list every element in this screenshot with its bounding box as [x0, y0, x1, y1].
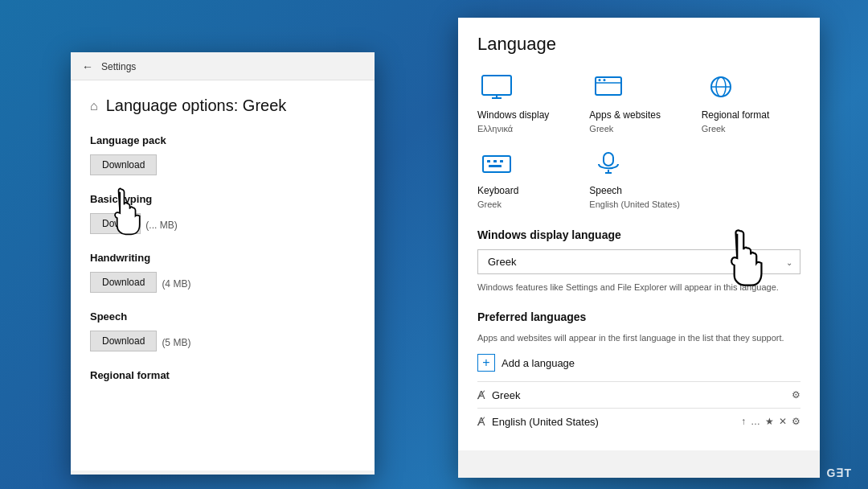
back-arrow-icon[interactable]: ← — [82, 60, 93, 73]
regional-format-icon — [702, 71, 740, 103]
english-star-icon[interactable]: ★ — [765, 416, 774, 427]
greek-lang-actions: ⚙ — [792, 389, 800, 401]
basic-typing-label: Basic typing — [90, 193, 355, 205]
svg-rect-13 — [493, 160, 497, 162]
regional-format-label: Regional format — [90, 369, 355, 381]
svg-rect-16 — [604, 153, 613, 166]
windows-display-language-header: Windows display language — [477, 228, 800, 241]
language-pack-download-button[interactable]: Download — [90, 154, 157, 175]
handwriting-download-button[interactable]: Download — [90, 272, 157, 293]
svg-rect-14 — [500, 160, 503, 162]
english-settings-icon[interactable]: ⚙ — [792, 416, 800, 427]
add-language-text: Add a language — [502, 357, 575, 369]
settings-window-title: Settings — [101, 61, 136, 72]
english-lang-actions: ↑ … ★ ✕ ⚙ — [741, 416, 800, 427]
preferred-languages-desc: Apps and websites will appear in the fir… — [477, 331, 800, 345]
home-icon: ⌂ — [90, 99, 98, 113]
keyboard-item[interactable]: Keyboard Greek — [477, 146, 576, 209]
svg-point-6 — [599, 79, 601, 81]
svg-point-7 — [604, 79, 606, 81]
language-window: Language Windows display Ελληνικά — [458, 18, 820, 478]
handwriting-size: (4 MB) — [162, 278, 190, 290]
add-language-row[interactable]: + Add a language — [477, 354, 800, 372]
page-header: ⌂ Language options: Greek — [90, 97, 355, 115]
windows-display-item[interactable]: Windows display Ελληνικά — [477, 71, 576, 134]
plus-icon: + — [477, 354, 495, 372]
windows-display-label: Windows display — [477, 109, 549, 121]
language-content: Language Windows display Ελληνικά — [458, 18, 820, 450]
svg-rect-15 — [489, 165, 502, 167]
speech-sublabel: English (United States) — [589, 199, 680, 209]
basic-typing-size: (... MB) — [145, 220, 177, 231]
apps-websites-label: Apps & websites — [589, 109, 661, 121]
language-dropdown-container: Greek ⌄ — [477, 249, 800, 274]
english-lang-name: English (United States) — [492, 416, 599, 428]
speech-icon-label: Speech — [589, 185, 622, 196]
english-options-icon[interactable]: … — [751, 416, 760, 427]
greek-language-row: A̸ Greek ⚙ — [477, 381, 800, 408]
speech-icon — [589, 146, 628, 179]
display-language-help: Windows features like Settings and File … — [477, 281, 800, 294]
english-row-left: A̸ English (United States) — [477, 415, 599, 428]
regional-format-item[interactable]: Regional format Greek — [702, 71, 800, 134]
speech-label: Speech — [90, 310, 355, 323]
basic-typing-download-row: Dow... (... MB) — [90, 213, 355, 237]
greek-settings-icon[interactable]: ⚙ — [792, 389, 800, 401]
greek-lang-name: Greek — [492, 389, 520, 401]
svg-rect-11 — [483, 156, 510, 172]
regional-format-sublabel: Greek — [702, 124, 726, 134]
speech-download-button[interactable]: Download — [90, 331, 157, 351]
preferred-languages-header: Preferred languages — [477, 310, 800, 323]
settings-titlebar: ← Settings — [71, 52, 375, 80]
english-lang-icon: A̸ — [477, 415, 485, 428]
watermark: G∃T — [827, 466, 852, 479]
speech-item[interactable]: Speech English (United States) — [589, 146, 688, 209]
keyboard-label: Keyboard — [477, 185, 518, 196]
regional-format-label: Regional format — [702, 109, 770, 121]
language-dropdown[interactable]: Greek — [477, 249, 800, 274]
keyboard-sublabel: Greek — [477, 199, 502, 209]
page-title: Language options: Greek — [106, 97, 287, 115]
english-language-row: A̸ English (United States) ↑ … ★ ✕ ⚙ — [477, 408, 800, 434]
preferred-languages-section: Preferred languages Apps and websites wi… — [477, 310, 800, 435]
english-remove-icon[interactable]: ✕ — [779, 416, 787, 427]
keyboard-icon — [477, 146, 516, 179]
handwriting-label: Handwriting — [90, 252, 355, 264]
apps-websites-item[interactable]: Apps & websites Greek — [589, 71, 688, 134]
settings-content: ⌂ Language options: Greek Language pack … — [71, 80, 375, 471]
greek-lang-icon: A̸ — [477, 388, 485, 401]
apps-websites-icon — [589, 71, 628, 103]
speech-download-row: Download (5 MB) — [90, 331, 355, 355]
language-page-title: Language — [477, 34, 800, 55]
language-icon-grid: Windows display Ελληνικά Apps & websites… — [477, 71, 800, 209]
windows-display-icon — [477, 71, 516, 103]
windows-display-sublabel: Ελληνικά — [477, 124, 513, 134]
language-pack-download-row: Download — [90, 154, 355, 179]
settings-window: ← Settings ⌂ Language options: Greek Lan… — [71, 52, 375, 475]
svg-rect-12 — [487, 160, 490, 162]
handwriting-download-row: Download (4 MB) — [90, 272, 355, 296]
speech-size: (5 MB) — [162, 337, 190, 348]
english-up-icon[interactable]: ↑ — [741, 416, 746, 427]
svg-rect-0 — [482, 76, 511, 95]
apps-websites-sublabel: Greek — [589, 124, 613, 134]
language-pack-label: Language pack — [90, 134, 355, 146]
basic-typing-download-button[interactable]: Dow... — [90, 213, 141, 234]
greek-row-left: A̸ Greek — [477, 388, 520, 401]
